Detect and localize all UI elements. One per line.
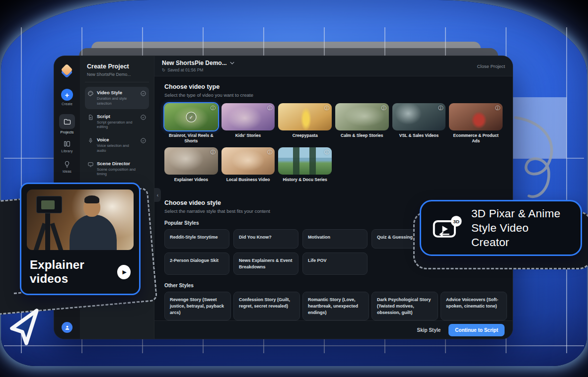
person-icon xyxy=(64,324,71,331)
video-type-title: Choose video type xyxy=(164,83,503,90)
step-title: Voice xyxy=(97,137,137,142)
step-video-style[interactable]: Video Style Duration and style selection xyxy=(85,87,149,109)
play-button-icon[interactable]: ▶ xyxy=(117,265,131,279)
rail-label-ideas: Ideas xyxy=(63,170,72,173)
video-type-card-ecommerce[interactable]: ⓘ Ecommerce & Product Ads xyxy=(449,103,503,144)
presenter-silhouette xyxy=(70,215,117,250)
info-icon[interactable]: ⓘ xyxy=(438,105,443,112)
3d-video-player-icon: 3D xyxy=(432,215,463,241)
style-button-life-pov[interactable]: Life POV xyxy=(302,252,368,275)
style-button-romantic-story[interactable]: Romantic Story (Love, heartbreak, unexpe… xyxy=(302,292,369,320)
info-icon[interactable]: ⓘ xyxy=(211,105,216,112)
pixar-anime-creator-card[interactable]: 3D 3D Pixar & Anime Style Video Creator xyxy=(420,200,582,256)
project-title[interactable]: New ShortsPie Demo... xyxy=(162,60,227,66)
explainer-videos-label: Explainer videos xyxy=(30,258,117,286)
video-type-card-brainrot[interactable]: ⓘ ✓ Brainrot, Viral Reels & Shorts xyxy=(164,103,218,144)
content-area: Choose video type Select the type of vid… xyxy=(154,76,513,322)
pixar-line1: 3D Pixar & Anime xyxy=(471,206,570,221)
info-icon[interactable]: ⓘ xyxy=(381,105,386,112)
main-panel: New ShortsPie Demo... ↻ Saved at 01:56 P… xyxy=(154,56,513,339)
tripod-leg xyxy=(50,223,64,250)
video-type-card-vsl-sales[interactable]: ⓘ VSL & Sales Videos xyxy=(392,103,446,144)
style-button-reddit-storytime[interactable]: Reddit-Style Storytime xyxy=(164,229,229,249)
rail-item-create[interactable]: + Create xyxy=(61,89,73,106)
app-logo-icon[interactable] xyxy=(61,64,73,76)
page-title: Create Project xyxy=(87,63,149,70)
card-label: Brainrot, Viral Reels & Shorts xyxy=(164,133,218,144)
style-button-dark-psychological[interactable]: Dark Psychological Story (Twisted motive… xyxy=(371,292,438,320)
video-type-grid: ⓘ ✓ Brainrot, Viral Reels & Shorts ⓘ Kid… xyxy=(164,103,503,183)
step-title: Script xyxy=(97,114,137,119)
video-type-card-creepypasta[interactable]: ⓘ Creepypasta xyxy=(278,103,332,144)
video-thumbnail[interactable]: ⓘ xyxy=(278,147,332,175)
style-button-motivation[interactable]: Motivation xyxy=(302,229,368,249)
palette-icon xyxy=(87,90,94,97)
video-thumbnail[interactable]: ⓘ ✓ xyxy=(164,103,218,130)
info-icon[interactable]: ⓘ xyxy=(267,105,272,112)
step-desc: Scene composition and timing xyxy=(97,167,147,177)
step-scene-director[interactable]: Scene Director Scene composition and tim… xyxy=(85,158,149,180)
project-name: New ShortsPie Demo... xyxy=(87,72,149,77)
video-thumbnail[interactable]: ⓘ xyxy=(449,103,503,130)
style-button-advice-voiceovers[interactable]: Advice Voiceovers (Soft-spoken, cinemati… xyxy=(441,292,507,320)
style-button-confession-story[interactable]: Confession Story (Guilt, regret, secret … xyxy=(233,292,300,320)
video-thumbnail[interactable]: ⓘ xyxy=(164,147,218,175)
rail-label-create: Create xyxy=(62,102,73,106)
skip-style-button[interactable]: Skip Style xyxy=(417,327,441,333)
user-avatar[interactable] xyxy=(62,322,73,333)
video-thumbnail[interactable]: ⓘ xyxy=(221,103,275,130)
rail-label-projects: Projects xyxy=(61,130,74,134)
step-title: Video Style xyxy=(97,90,137,95)
video-type-card-kids-stories[interactable]: ⓘ Kids' Stories xyxy=(221,103,275,144)
video-type-card-history-docu[interactable]: ⓘ History & Docu Series xyxy=(278,147,332,183)
presenter-head xyxy=(83,197,100,217)
background-grid-hline xyxy=(4,345,584,346)
check-circle-icon xyxy=(140,137,147,144)
check-circle-icon xyxy=(140,90,147,97)
video-thumbnail[interactable]: ⓘ xyxy=(335,103,389,130)
rail-item-projects[interactable]: Projects xyxy=(59,114,75,134)
script-icon xyxy=(87,114,94,121)
card-label: Creepypasta xyxy=(278,133,332,138)
selected-check-icon: ✓ xyxy=(186,112,196,122)
info-icon[interactable]: ⓘ xyxy=(324,105,329,112)
step-desc: Script generation and editing xyxy=(97,120,137,130)
rail-item-library[interactable]: Library xyxy=(62,140,73,153)
tripod xyxy=(45,211,51,250)
tripod-leg xyxy=(33,223,46,250)
chevron-down-icon[interactable] xyxy=(230,62,234,64)
video-type-card-explainer[interactable]: ⓘ Explainer Videos xyxy=(164,147,218,183)
card-label: History & Docu Series xyxy=(278,177,332,183)
folder-icon xyxy=(63,118,72,126)
style-button-news-explainers[interactable]: News Explainers & Event Breakdowns xyxy=(233,252,298,275)
video-thumbnail[interactable]: ⓘ xyxy=(392,103,446,130)
step-voice[interactable]: Voice Voice selection and audio xyxy=(85,134,149,156)
video-type-subtitle: Select the type of video you want to cre… xyxy=(164,92,503,98)
plus-icon[interactable]: + xyxy=(61,89,73,101)
video-thumbnail[interactable]: ⓘ xyxy=(278,103,332,130)
info-icon[interactable]: ⓘ xyxy=(267,149,272,156)
step-desc: Duration and style selection xyxy=(97,96,137,106)
continue-to-script-button[interactable]: Continue to Script xyxy=(448,324,505,336)
info-icon[interactable]: ⓘ xyxy=(324,149,329,156)
style-button-revenge-story[interactable]: Revenge Story (Sweet justice, betrayal, … xyxy=(164,292,231,320)
divider xyxy=(85,82,149,82)
style-button-did-you-know[interactable]: Did You Know? xyxy=(233,229,298,249)
sidebar-collapse-handle[interactable]: ‹ xyxy=(154,188,161,202)
rail-item-ideas[interactable]: Ideas xyxy=(63,160,72,173)
style-button-dialogue-skit[interactable]: 2-Person Dialogue Skit xyxy=(164,252,229,275)
video-type-card-calm-sleep[interactable]: ⓘ Calm & Sleep Stories xyxy=(335,103,389,144)
step-script[interactable]: Script Script generation and editing xyxy=(85,111,149,133)
video-thumbnail[interactable]: ⓘ xyxy=(221,147,275,175)
3d-badge: 3D xyxy=(453,218,459,224)
wizard-footer: Skip Style Continue to Script xyxy=(154,320,513,339)
library-icon xyxy=(63,140,71,148)
video-type-card-local-business[interactable]: ⓘ Local Business Video xyxy=(221,147,275,183)
squiggle-doodle-icon xyxy=(501,110,585,204)
other-styles-grid: Revenge Story (Sweet justice, betrayal, … xyxy=(164,292,503,322)
explainer-videos-card[interactable]: Explainer videos ▶ xyxy=(20,183,141,295)
info-icon[interactable]: ⓘ xyxy=(211,149,216,156)
close-project-button[interactable]: Close Project xyxy=(477,63,506,69)
step-title: Scene Director xyxy=(97,161,147,166)
info-icon[interactable]: ⓘ xyxy=(495,105,500,112)
